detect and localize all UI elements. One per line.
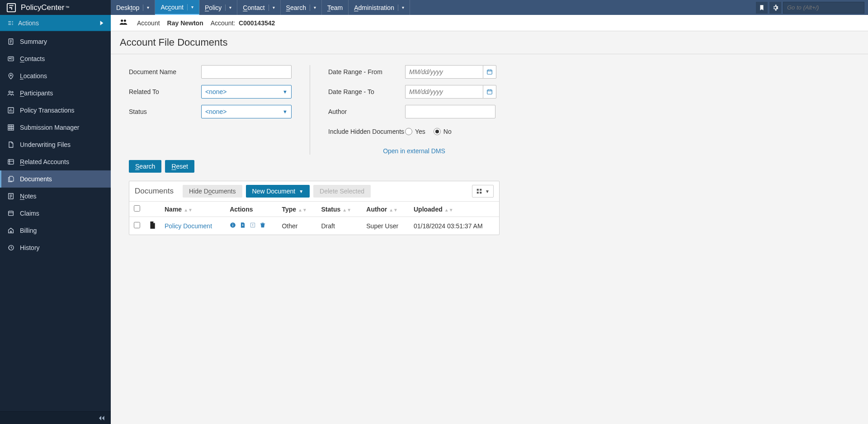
search-col-left: Document Name Related To <none> ▼ Status…	[129, 65, 310, 155]
svg-rect-13	[9, 211, 14, 215]
sidebar-item-summary[interactable]: Summary	[0, 33, 111, 50]
sidebar-item-documents[interactable]: Documents	[0, 170, 111, 188]
col-status[interactable]: Status▲▼	[316, 202, 362, 217]
sidebar-item-label: Contacts	[20, 55, 45, 62]
sort-icon: ▲▼	[389, 207, 398, 212]
view-mode-toggle[interactable]: ▼	[472, 185, 494, 198]
doc-icon	[7, 141, 14, 148]
include-hidden-no[interactable]: No	[434, 128, 452, 135]
doc-name-link[interactable]: Policy Document	[160, 217, 225, 235]
chevron-down-icon: ▾	[269, 5, 275, 11]
topnav-search[interactable]: Search▾	[281, 0, 322, 15]
sidebar-item-history[interactable]: History	[0, 239, 111, 256]
include-hidden-yes[interactable]: Yes	[405, 128, 425, 135]
sidebar-collapse[interactable]	[0, 411, 111, 424]
sidebar-item-submission-manager[interactable]: Submission Manager	[0, 119, 111, 136]
hide-documents-button[interactable]: Hide Documents	[183, 185, 242, 198]
context-person-name: Ray Newton	[167, 19, 203, 27]
chart-icon	[7, 107, 14, 114]
sidebar-item-related-accounts[interactable]: Related Accounts	[0, 153, 111, 170]
delete-selected-button[interactable]: Delete Selected	[313, 185, 371, 198]
svg-point-1	[121, 19, 123, 22]
brand-tm: ™	[65, 5, 69, 10]
calendar-icon	[486, 89, 493, 95]
sidebar-item-underwriting-files[interactable]: Underwriting Files	[0, 136, 111, 153]
claim-icon	[7, 210, 14, 217]
reset-button[interactable]: Reset	[165, 160, 194, 173]
svg-rect-20	[480, 192, 481, 193]
col-author[interactable]: Author▲▼	[362, 202, 409, 217]
sidebar-item-locations[interactable]: Locations	[0, 67, 111, 85]
col-name[interactable]: Name▲▼	[160, 202, 225, 217]
col-uploaded[interactable]: Uploaded▲▼	[409, 202, 499, 217]
svg-point-5	[9, 58, 11, 59]
bookmark-icon[interactable]	[756, 2, 768, 14]
sidebar-item-contacts[interactable]: Contacts	[0, 50, 111, 67]
sidebar-item-label: Billing	[20, 227, 37, 234]
gear-icon[interactable]	[769, 2, 781, 14]
select-all-checkbox[interactable]	[134, 205, 140, 212]
related-to-select[interactable]: <none> ▼	[201, 85, 292, 99]
docs-icon	[7, 175, 14, 183]
date-to-input[interactable]	[405, 85, 483, 99]
sidebar-item-notes[interactable]: Notes	[0, 188, 111, 205]
cell-status: Draft	[316, 217, 362, 235]
sort-icon: ▲▼	[184, 207, 193, 212]
brand-glyph-icon	[6, 3, 16, 13]
chevron-down-icon: ▼	[283, 109, 288, 114]
topbar: PolicyCenter™ Desktop▾Account▾Policy▾Con…	[0, 0, 868, 15]
row-checkbox[interactable]	[134, 222, 140, 228]
topnav-desktop[interactable]: Desktop▾	[111, 0, 155, 15]
topnav-account[interactable]: Account▾	[155, 0, 199, 15]
topnav-policy[interactable]: Policy▾	[199, 0, 237, 15]
topnav-contact[interactable]: Contact▾	[237, 0, 280, 15]
account-people-icon	[119, 19, 128, 27]
link-icon	[7, 158, 14, 165]
date-to-picker-button[interactable]	[483, 85, 496, 99]
date-from-picker-button[interactable]	[483, 65, 496, 79]
goto-input[interactable]	[783, 2, 864, 14]
svg-rect-10	[8, 125, 14, 130]
people-icon	[7, 90, 14, 97]
sidebar-item-participants[interactable]: Participants	[0, 85, 111, 102]
chevron-down-icon: ▼	[283, 89, 288, 94]
grid-icon	[7, 124, 14, 131]
actions-menu[interactable]: Actions	[0, 15, 111, 31]
cell-type: Other	[277, 217, 316, 235]
date-to-label: Date Range - To	[328, 88, 405, 95]
pin-icon	[7, 72, 14, 80]
status-select[interactable]: <none> ▼	[201, 105, 292, 118]
col-type[interactable]: Type▲▼	[277, 202, 316, 217]
chevron-down-icon: ▾	[187, 4, 193, 10]
context-entity-label: Account	[137, 19, 160, 27]
sidebar-item-label: Related Accounts	[20, 158, 69, 165]
open-external-dms-link[interactable]: Open in external DMS	[383, 147, 445, 155]
context-account-number: C000143542	[239, 19, 275, 27]
download-icon[interactable]	[240, 222, 246, 230]
row-actions	[230, 222, 273, 230]
radio-icon	[405, 128, 412, 135]
sidebar-item-policy-transactions[interactable]: Policy Transactions	[0, 102, 111, 119]
search-button[interactable]: Search	[129, 160, 161, 173]
doc-name-input[interactable]	[201, 65, 292, 79]
actions-label: Actions	[18, 19, 39, 27]
author-input[interactable]	[405, 105, 495, 118]
chevron-down-icon: ▼	[485, 189, 490, 194]
cell-uploaded: 01/18/2024 03:51:37 AM	[409, 217, 499, 235]
new-document-button[interactable]: New Document ▼	[246, 185, 310, 198]
include-hidden-label: Include Hidden Documents	[328, 128, 405, 135]
sidebar-item-claims[interactable]: Claims	[0, 205, 111, 222]
sidebar-nav: SummaryContactsLocationsParticipantsPoli…	[0, 31, 111, 411]
upload-icon[interactable]	[250, 222, 256, 230]
svg-rect-4	[8, 57, 14, 61]
info-icon[interactable]	[230, 222, 236, 230]
sidebar-item-billing[interactable]: Billing	[0, 222, 111, 239]
sidebar-item-label: Submission Manager	[20, 124, 80, 131]
sidebar-item-label: Notes	[20, 193, 37, 200]
chevron-double-left-icon	[98, 416, 104, 420]
date-from-input[interactable]	[405, 65, 483, 79]
delete-icon[interactable]	[259, 222, 266, 230]
topnav-administration[interactable]: Administration▾	[349, 0, 410, 15]
include-hidden-radios: Yes No	[405, 128, 452, 135]
topnav-team[interactable]: Team▾	[322, 0, 349, 15]
